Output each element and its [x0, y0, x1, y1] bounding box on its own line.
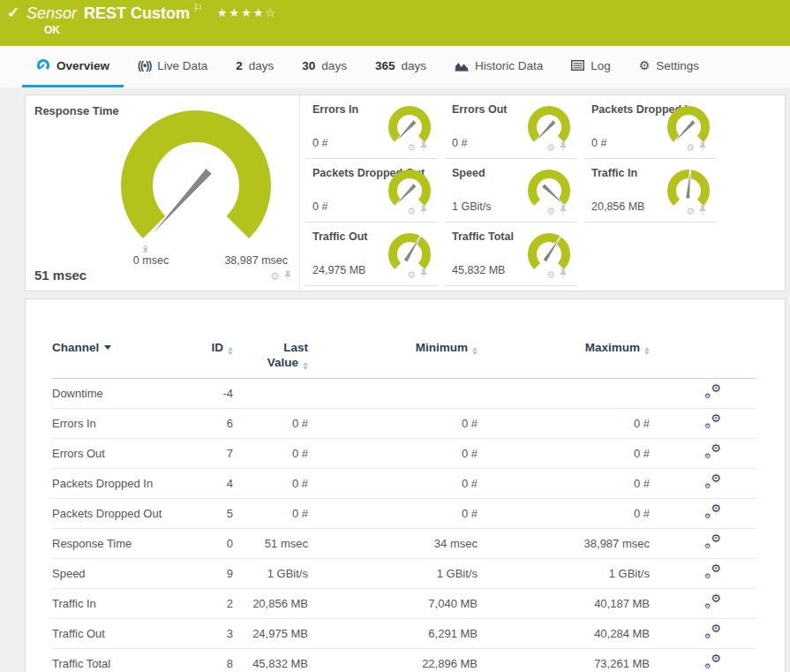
- maximum-value: 73,261 MB: [478, 657, 650, 670]
- pin-icon[interactable]: [283, 268, 292, 284]
- dropdown-caret-icon[interactable]: [104, 345, 111, 350]
- last-value: 51 msec: [233, 537, 308, 550]
- row-actions: ⚙⚙: [650, 595, 756, 612]
- header-label-line: Value: [233, 355, 308, 370]
- header-label: Maximum: [585, 341, 640, 354]
- pin-icon[interactable]: [419, 267, 428, 283]
- channel-settings-gears-icon[interactable]: ⚙⚙: [704, 655, 721, 669]
- pin-icon[interactable]: [559, 140, 568, 155]
- gear-icon[interactable]: ⚙: [407, 143, 416, 153]
- sensor-status-text: OK: [44, 24, 60, 36]
- channel-name: Downtime: [52, 387, 184, 400]
- sensor-type-label: Sensor: [26, 4, 77, 22]
- table-row-packets-dropped-out: Packets Dropped Out50 #0 #0 #⚙⚙: [52, 499, 756, 529]
- pin-icon[interactable]: [698, 203, 707, 219]
- sensor-name[interactable]: REST Custom: [84, 4, 190, 22]
- tab-historic-data[interactable]: Historic Data: [440, 46, 557, 87]
- row-actions: ⚙⚙: [650, 475, 756, 492]
- tab-label: days: [321, 59, 347, 72]
- maximum-value: 40,284 MB: [478, 627, 650, 640]
- maximum-value: 1 GBit/s: [478, 567, 650, 580]
- sort-icon[interactable]: [644, 347, 650, 355]
- gear-icon[interactable]: ⚙: [407, 207, 416, 216]
- channel-settings-gears-icon[interactable]: ⚙⚙: [704, 385, 721, 399]
- gear-icon: ⚙: [704, 513, 711, 520]
- channel-name: Packets Dropped Out: [52, 507, 184, 520]
- gear-icon: ⚙: [704, 603, 711, 610]
- gauge-title: Response Time: [34, 104, 119, 117]
- gear-icon[interactable]: ⚙: [546, 207, 555, 216]
- channel-settings-gears-icon[interactable]: ⚙⚙: [704, 415, 721, 429]
- tab-overview[interactable]: Overview: [22, 46, 124, 87]
- column-header-id[interactable]: ID: [184, 340, 233, 370]
- panel-actions: ⚙: [546, 267, 568, 283]
- gauge-packets-dropped-out: Packets Dropped Out0 #⚙: [305, 159, 438, 223]
- pin-icon[interactable]: [419, 140, 428, 155]
- channel-table-header: ChannelIDLastValueMinimumMaximum: [52, 340, 756, 379]
- gear-icon: ⚙: [711, 472, 721, 484]
- row-actions: ⚙⚙: [650, 625, 756, 642]
- channel-settings-gears-icon[interactable]: ⚙⚙: [704, 535, 721, 549]
- maximum-value: 0 #: [478, 417, 650, 430]
- flag-icon[interactable]: ⚐: [193, 2, 203, 14]
- channel-name: Speed: [52, 567, 184, 580]
- tab-30-days[interactable]: 30days: [288, 46, 361, 87]
- channel-settings-gears-icon[interactable]: ⚙⚙: [704, 505, 721, 519]
- channel-name: Response Time: [52, 537, 184, 550]
- maximum-value: 0 #: [478, 507, 650, 520]
- tab-label: Live Data: [157, 59, 207, 72]
- chart-icon: [455, 60, 469, 72]
- minimum-value: 0 #: [308, 507, 478, 520]
- column-header-last-value[interactable]: LastValue: [233, 340, 308, 370]
- panel-actions: ⚙: [546, 203, 568, 219]
- priority-stars[interactable]: ★★★★☆: [217, 6, 277, 19]
- gear-icon[interactable]: ⚙: [546, 270, 555, 280]
- pin-icon[interactable]: [559, 267, 568, 283]
- channel-id: 6: [184, 417, 233, 430]
- gear-icon[interactable]: ⚙: [270, 271, 280, 282]
- panel-actions: ⚙: [686, 140, 707, 155]
- gear-icon[interactable]: ⚙: [407, 270, 416, 280]
- gear-icon: ⚙: [704, 453, 711, 460]
- channel-name: Traffic In: [52, 597, 184, 610]
- gear-icon: ⚙: [704, 543, 711, 550]
- tab-number: 2: [236, 59, 243, 72]
- column-header-maximum[interactable]: Maximum: [478, 340, 650, 370]
- gear-icon[interactable]: ⚙: [686, 143, 695, 153]
- gear-icon: ⚙: [711, 623, 721, 634]
- gear-icon: ⚙: [704, 393, 711, 400]
- svg-text:x̄: x̄: [143, 244, 148, 254]
- tab-2-days[interactable]: 2days: [222, 46, 288, 87]
- tab-settings[interactable]: ⚙Settings: [625, 46, 713, 87]
- channel-settings-gears-icon[interactable]: ⚙⚙: [704, 625, 721, 639]
- gear-icon[interactable]: ⚙: [546, 143, 555, 153]
- minimum-value: 34 msec: [308, 537, 478, 550]
- pin-icon[interactable]: [698, 140, 707, 155]
- gauge-min-label: 0 msec: [123, 254, 179, 267]
- gauge-value: 20,856 MB: [591, 200, 644, 213]
- last-value: 24,975 MB: [233, 627, 308, 640]
- column-header-channel[interactable]: Channel: [52, 340, 184, 370]
- gauge-errors-out: Errors Out0 #⚙: [445, 95, 577, 159]
- column-header-minimum[interactable]: Minimum: [308, 340, 478, 370]
- tab-label: Settings: [656, 59, 699, 72]
- channel-settings-gears-icon[interactable]: ⚙⚙: [704, 565, 721, 579]
- last-value: 0 #: [233, 477, 308, 490]
- gauge-errors-in: Errors In0 #⚙: [305, 95, 438, 159]
- channel-id: 4: [184, 477, 233, 490]
- channel-id: -4: [184, 387, 233, 400]
- gear-icon[interactable]: ⚙: [686, 207, 695, 216]
- channel-settings-gears-icon[interactable]: ⚙⚙: [704, 445, 721, 459]
- tab-live-data[interactable]: ((•))Live Data: [124, 46, 222, 87]
- table-row-errors-out: Errors Out70 #0 #0 #⚙⚙: [52, 439, 756, 469]
- last-value: 0 #: [233, 507, 308, 520]
- pin-icon[interactable]: [419, 203, 428, 219]
- channel-settings-gears-icon[interactable]: ⚙⚙: [704, 595, 721, 609]
- tab-log[interactable]: Log: [557, 46, 625, 87]
- gauge-value: 24,975 MB: [312, 264, 365, 276]
- gear-icon: ⚙: [711, 382, 721, 394]
- channel-settings-gears-icon[interactable]: ⚙⚙: [704, 475, 721, 489]
- pin-icon[interactable]: [559, 203, 568, 219]
- table-row-traffic-out: Traffic Out324,975 MB6,291 MB40,284 MB⚙⚙: [52, 619, 756, 649]
- tab-365-days[interactable]: 365days: [361, 46, 440, 87]
